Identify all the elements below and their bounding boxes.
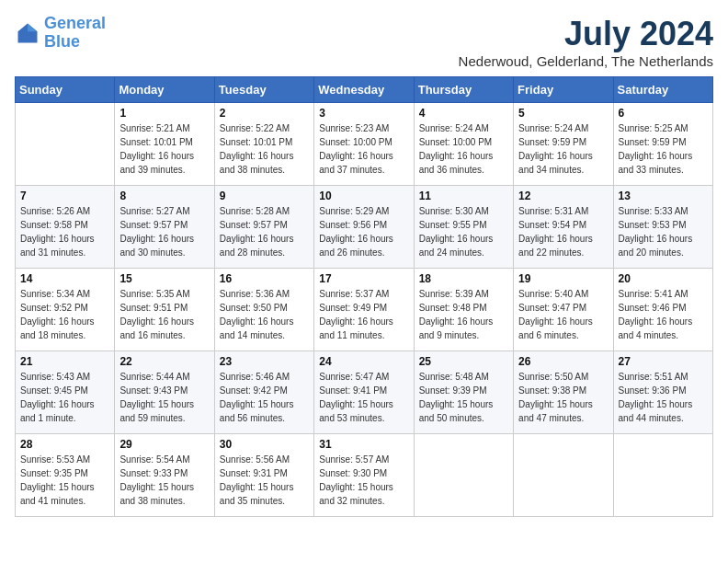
calendar-day-cell: 22Sunrise: 5:44 AMSunset: 9:43 PMDayligh…	[115, 351, 214, 434]
calendar-day-cell: 31Sunrise: 5:57 AMSunset: 9:30 PMDayligh…	[314, 434, 414, 517]
calendar-day-cell: 30Sunrise: 5:56 AMSunset: 9:31 PMDayligh…	[214, 434, 313, 517]
day-info: Sunrise: 5:39 AMSunset: 9:48 PMDaylight:…	[419, 287, 508, 342]
day-number: 26	[518, 355, 608, 368]
calendar-day-cell: 14Sunrise: 5:34 AMSunset: 9:52 PMDayligh…	[16, 269, 115, 351]
calendar-day-cell: 15Sunrise: 5:35 AMSunset: 9:51 PMDayligh…	[115, 269, 214, 351]
day-info: Sunrise: 5:51 AMSunset: 9:36 PMDaylight:…	[619, 370, 708, 425]
day-number: 21	[20, 355, 109, 368]
day-info: Sunrise: 5:28 AMSunset: 9:57 PMDaylight:…	[220, 204, 309, 259]
day-info: Sunrise: 5:40 AMSunset: 9:47 PMDaylight:…	[518, 287, 608, 342]
day-info: Sunrise: 5:33 AMSunset: 9:53 PMDaylight:…	[619, 204, 708, 259]
location-subtitle: Nederwoud, Gelderland, The Netherlands	[459, 53, 713, 69]
day-number: 27	[619, 355, 708, 368]
calendar-day-cell	[613, 434, 712, 517]
day-number: 22	[119, 355, 209, 368]
day-number: 8	[119, 190, 209, 202]
calendar-day-cell: 3Sunrise: 5:23 AMSunset: 10:00 PMDayligh…	[314, 103, 414, 186]
day-number: 19	[518, 272, 608, 285]
calendar-day-header: Saturday	[613, 77, 712, 103]
day-info: Sunrise: 5:43 AMSunset: 9:45 PMDaylight:…	[20, 370, 109, 425]
day-info: Sunrise: 5:56 AMSunset: 9:31 PMDaylight:…	[220, 453, 309, 508]
calendar-day-cell: 18Sunrise: 5:39 AMSunset: 9:48 PMDayligh…	[414, 269, 513, 351]
svg-marker-1	[28, 23, 38, 31]
calendar-day-cell: 19Sunrise: 5:40 AMSunset: 9:47 PMDayligh…	[514, 269, 613, 351]
calendar-day-cell: 27Sunrise: 5:51 AMSunset: 9:36 PMDayligh…	[613, 351, 712, 434]
day-info: Sunrise: 5:30 AMSunset: 9:55 PMDaylight:…	[419, 204, 508, 259]
day-number: 3	[319, 107, 408, 120]
day-info: Sunrise: 5:35 AMSunset: 9:51 PMDaylight:…	[119, 287, 209, 342]
day-info: Sunrise: 5:24 AMSunset: 10:00 PMDaylight…	[419, 121, 508, 177]
day-info: Sunrise: 5:34 AMSunset: 9:52 PMDaylight:…	[20, 287, 109, 342]
day-info: Sunrise: 5:48 AMSunset: 9:39 PMDaylight:…	[419, 370, 508, 425]
day-info: Sunrise: 5:22 AMSunset: 10:01 PMDaylight…	[220, 121, 309, 177]
day-number: 5	[518, 107, 608, 120]
day-info: Sunrise: 5:21 AMSunset: 10:01 PMDaylight…	[119, 121, 209, 177]
day-info: Sunrise: 5:46 AMSunset: 9:42 PMDaylight:…	[220, 370, 309, 425]
day-info: Sunrise: 5:36 AMSunset: 9:50 PMDaylight:…	[220, 287, 309, 342]
day-number: 12	[518, 190, 608, 202]
calendar-day-cell: 25Sunrise: 5:48 AMSunset: 9:39 PMDayligh…	[414, 351, 513, 434]
day-number: 23	[220, 355, 309, 368]
calendar-day-header: Wednesday	[314, 77, 414, 103]
day-info: Sunrise: 5:25 AMSunset: 9:59 PMDaylight:…	[619, 121, 708, 177]
calendar-day-cell	[514, 434, 613, 517]
calendar-day-header: Thursday	[414, 77, 513, 103]
day-number: 30	[220, 438, 309, 451]
calendar-header-row: SundayMondayTuesdayWednesdayThursdayFrid…	[16, 77, 713, 103]
logo: GeneralBlue	[15, 15, 106, 52]
calendar-day-header: Monday	[115, 77, 214, 103]
day-number: 11	[419, 190, 508, 202]
day-number: 2	[220, 107, 309, 120]
calendar-day-cell: 5Sunrise: 5:24 AMSunset: 9:59 PMDaylight…	[514, 103, 613, 186]
day-info: Sunrise: 5:23 AMSunset: 10:00 PMDaylight…	[319, 121, 408, 177]
day-info: Sunrise: 5:57 AMSunset: 9:30 PMDaylight:…	[319, 453, 408, 508]
calendar-day-cell	[414, 434, 513, 517]
day-info: Sunrise: 5:47 AMSunset: 9:41 PMDaylight:…	[319, 370, 408, 425]
calendar-day-cell: 28Sunrise: 5:53 AMSunset: 9:35 PMDayligh…	[16, 434, 115, 517]
day-info: Sunrise: 5:24 AMSunset: 9:59 PMDaylight:…	[518, 121, 608, 177]
calendar-day-cell: 26Sunrise: 5:50 AMSunset: 9:38 PMDayligh…	[514, 351, 613, 434]
logo-icon	[15, 20, 40, 46]
day-number: 10	[319, 190, 408, 202]
calendar-day-cell: 6Sunrise: 5:25 AMSunset: 9:59 PMDaylight…	[613, 103, 712, 186]
calendar-day-cell: 9Sunrise: 5:28 AMSunset: 9:57 PMDaylight…	[214, 186, 313, 269]
day-info: Sunrise: 5:44 AMSunset: 9:43 PMDaylight:…	[119, 370, 209, 425]
calendar-day-cell: 12Sunrise: 5:31 AMSunset: 9:54 PMDayligh…	[514, 186, 613, 269]
calendar-week-row: 28Sunrise: 5:53 AMSunset: 9:35 PMDayligh…	[16, 434, 713, 517]
calendar-day-cell: 24Sunrise: 5:47 AMSunset: 9:41 PMDayligh…	[314, 351, 414, 434]
day-info: Sunrise: 5:27 AMSunset: 9:57 PMDaylight:…	[119, 204, 209, 259]
day-info: Sunrise: 5:54 AMSunset: 9:33 PMDaylight:…	[119, 453, 209, 508]
day-number: 24	[319, 355, 408, 368]
day-number: 18	[419, 272, 508, 285]
day-number: 1	[119, 107, 209, 120]
logo-text: GeneralBlue	[44, 15, 106, 52]
page-header: GeneralBlue July 2024 Nederwoud, Gelderl…	[15, 15, 713, 69]
calendar-day-cell: 1Sunrise: 5:21 AMSunset: 10:01 PMDayligh…	[115, 103, 214, 186]
day-number: 14	[20, 272, 109, 285]
day-info: Sunrise: 5:26 AMSunset: 9:58 PMDaylight:…	[20, 204, 109, 259]
calendar-day-cell: 8Sunrise: 5:27 AMSunset: 9:57 PMDaylight…	[115, 186, 214, 269]
day-info: Sunrise: 5:50 AMSunset: 9:38 PMDaylight:…	[518, 370, 608, 425]
day-info: Sunrise: 5:53 AMSunset: 9:35 PMDaylight:…	[20, 453, 109, 508]
day-number: 6	[619, 107, 708, 120]
day-number: 17	[319, 272, 408, 285]
calendar-day-cell	[16, 103, 115, 186]
day-info: Sunrise: 5:41 AMSunset: 9:46 PMDaylight:…	[619, 287, 708, 342]
day-number: 31	[319, 438, 408, 451]
calendar-day-cell: 7Sunrise: 5:26 AMSunset: 9:58 PMDaylight…	[16, 186, 115, 269]
day-number: 9	[220, 190, 309, 202]
month-year-title: July 2024	[459, 15, 713, 53]
day-number: 7	[20, 190, 109, 202]
calendar-day-cell: 11Sunrise: 5:30 AMSunset: 9:55 PMDayligh…	[414, 186, 513, 269]
calendar-day-cell: 13Sunrise: 5:33 AMSunset: 9:53 PMDayligh…	[613, 186, 712, 269]
calendar-day-header: Friday	[514, 77, 613, 103]
day-info: Sunrise: 5:31 AMSunset: 9:54 PMDaylight:…	[518, 204, 608, 259]
calendar-day-cell: 2Sunrise: 5:22 AMSunset: 10:01 PMDayligh…	[214, 103, 313, 186]
calendar-day-cell: 20Sunrise: 5:41 AMSunset: 9:46 PMDayligh…	[613, 269, 712, 351]
calendar-week-row: 14Sunrise: 5:34 AMSunset: 9:52 PMDayligh…	[16, 269, 713, 351]
calendar-week-row: 1Sunrise: 5:21 AMSunset: 10:01 PMDayligh…	[16, 103, 713, 186]
day-info: Sunrise: 5:37 AMSunset: 9:49 PMDaylight:…	[319, 287, 408, 342]
day-number: 4	[419, 107, 508, 120]
day-number: 20	[619, 272, 708, 285]
calendar-day-header: Sunday	[16, 77, 115, 103]
